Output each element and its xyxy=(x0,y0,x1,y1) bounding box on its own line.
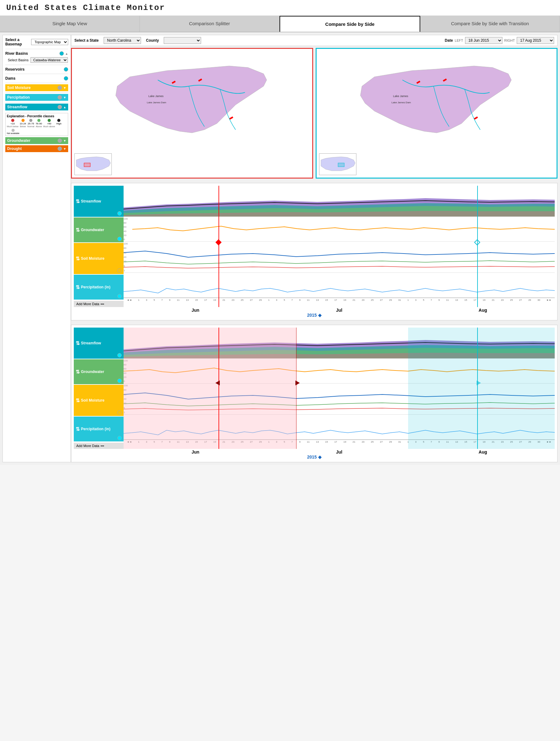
date-left-select[interactable]: 18 Jun 2015 xyxy=(465,37,502,44)
precipitation-toggle-2[interactable] xyxy=(117,436,122,440)
reservoirs-row: Reservoirs xyxy=(5,66,68,72)
state-select[interactable]: North Carolina xyxy=(104,37,141,44)
chart-label-groundwater-2: ⇅ Groundwater xyxy=(74,359,124,384)
drought-dot[interactable] xyxy=(58,146,62,151)
precipitation-chart-2 xyxy=(124,415,555,440)
left-panel: Select a Basemap Topographic Map River B… xyxy=(2,35,71,462)
legend-label-3: 25-75 xyxy=(28,122,34,125)
legend-dot-2 xyxy=(21,119,24,122)
reservoirs-dot[interactable] xyxy=(64,67,68,72)
chart-label-soilmoisture-1: ⇅ Soil Moisture xyxy=(74,243,124,274)
drought-row: Drought ▼ xyxy=(5,145,68,152)
left-map-panel[interactable]: Lake James Lake James Dam xyxy=(71,48,313,179)
jul-label-1: Jul xyxy=(267,308,411,313)
streamflow-toggle-2[interactable] xyxy=(117,353,122,357)
dams-dot[interactable] xyxy=(64,76,68,81)
precipitation-label: Percipitation xyxy=(7,95,30,99)
basemap-select[interactable]: Topographic Map xyxy=(31,39,68,45)
svg-marker-0 xyxy=(116,66,267,133)
jun-label-2: Jun xyxy=(124,450,267,455)
soilmoisture-icon-2: ⇅ xyxy=(76,398,80,403)
soil-moisture-section: Soil Moisture ▼ xyxy=(5,83,68,92)
streamflow-icon-2: ⇅ xyxy=(76,340,80,346)
chart-labels-1: ⇅ Streamflow ⇅ Groundwater xyxy=(74,186,124,307)
add-data-1[interactable]: Add More Data ••• xyxy=(74,301,124,307)
dams-row: Dams xyxy=(5,75,68,81)
charts-area-1: 100806040200 1008060402051 xyxy=(124,186,555,307)
soilmoisture-toggle-1[interactable] xyxy=(117,268,122,273)
precipitation-row: Percipitation ▼ xyxy=(5,94,68,101)
sm-yaxis-1: 1008060402051 xyxy=(124,242,132,272)
streamflow-dot[interactable] xyxy=(58,105,62,109)
month-labels-1: Jun Jul Aug xyxy=(74,308,555,313)
right-mini-map-svg xyxy=(319,154,357,176)
county-select[interactable] xyxy=(164,37,201,44)
river-basins-controls: ▲ xyxy=(59,51,68,56)
legend-item-5: >90 Much above xyxy=(43,119,55,128)
tab-splitter[interactable]: Comparison Splitter xyxy=(140,16,279,32)
groundwater-label-text-1: ⇅ Groundwater xyxy=(76,227,104,233)
soilmoisture-svg-2 xyxy=(124,384,555,415)
year-label-1: 2015 ◆ xyxy=(74,313,555,318)
soilmoisture-icon-1: ⇅ xyxy=(76,256,80,262)
tab-single[interactable]: Single Map View xyxy=(0,16,140,32)
river-basins-triangle: ▲ xyxy=(65,52,68,55)
streamflow-toggle-1[interactable] xyxy=(117,211,122,216)
svg-marker-8 xyxy=(360,66,511,133)
tab-transition[interactable]: Compare Side by Side with Transition xyxy=(420,16,560,32)
legend-box: Explanation - Percentile classes <10 Muc… xyxy=(5,113,68,136)
svg-rect-3 xyxy=(230,116,234,120)
aug-label-1: Aug xyxy=(411,308,555,313)
groundwater-controls: ▼ xyxy=(58,138,66,143)
chart-label-precipitation-2: ⇅ Percipitation (in) xyxy=(74,416,124,442)
state-label: Select a State xyxy=(74,38,99,43)
date-right-select[interactable]: 17 Aug 2015 xyxy=(517,37,554,44)
groundwater-toggle-1[interactable] xyxy=(117,237,122,241)
filter-bar: Select a State North Carolina County Dat… xyxy=(71,35,558,46)
jul-label-2: Jul xyxy=(267,450,411,455)
soil-moisture-row: Soil Moisture ▼ xyxy=(5,84,68,91)
left-map-svg: Lake James Lake James Dam xyxy=(72,49,312,158)
groundwater-toggle-2[interactable] xyxy=(117,379,122,383)
precipitation-toggle-1[interactable] xyxy=(117,294,122,298)
tab-side-by-side[interactable]: Compare Side by Side xyxy=(279,16,420,32)
soil-moisture-label: Soil Moisture xyxy=(7,85,30,90)
soil-moisture-dot[interactable] xyxy=(58,85,62,90)
basemap-row: Select a Basemap Topographic Map xyxy=(5,38,68,46)
soilmoisture-chart-2: 1008060402051 xyxy=(124,384,555,415)
drought-triangle: ▼ xyxy=(63,147,66,150)
add-data-2[interactable]: Add More Data ••• xyxy=(74,443,124,449)
dams-controls xyxy=(64,76,68,81)
precipitation-icon-2: ⇅ xyxy=(76,426,80,432)
streamflow-svg-1 xyxy=(124,186,555,217)
soilmoisture-toggle-2[interactable] xyxy=(117,410,122,415)
legend-label-6: High xyxy=(56,122,61,125)
right-mini-map xyxy=(319,153,357,175)
river-basins-dot[interactable] xyxy=(59,51,64,56)
maps-container: Lake James Lake James Dam xyxy=(71,48,558,179)
soilmoisture-label-text-2: ⇅ Soil Moisture xyxy=(76,398,104,403)
basins-select[interactable]: Catawba-Wateree xyxy=(30,57,68,63)
legend-sublabel-4: Above xyxy=(36,125,42,128)
precipitation-section: Percipitation ▼ xyxy=(5,92,68,102)
timeline-panel-2: ⇅ Streamflow ⇅ Groundwater xyxy=(74,328,555,449)
reservoirs-controls xyxy=(64,67,68,72)
soilmoisture-chart-1: 1008060402051 xyxy=(124,242,555,273)
river-basins-row: River Basins ▲ xyxy=(5,50,68,57)
legend-dot-4 xyxy=(37,119,41,122)
red-cursor-end xyxy=(296,328,297,449)
legend-dot-7 xyxy=(11,129,15,132)
streamflow-svg-2 xyxy=(124,328,555,359)
groundwater-dot[interactable] xyxy=(58,138,62,143)
app-header: United States Climate Monitor xyxy=(0,0,560,16)
main-layout: Select a Basemap Topographic Map River B… xyxy=(0,32,560,465)
chart-label-streamflow-2: ⇅ Streamflow xyxy=(74,328,124,359)
groundwater-row: Groundwater ▼ xyxy=(5,137,68,144)
precipitation-icon-1: ⇅ xyxy=(76,284,80,290)
groundwater-label-text-2: ⇅ Groundwater xyxy=(76,369,104,375)
select-basins-label: Select Basins xyxy=(8,58,28,62)
add-data-dots-1: ••• xyxy=(101,302,104,306)
precipitation-dot[interactable] xyxy=(58,95,62,99)
groundwater-chart-2: 100806040200 xyxy=(124,359,555,384)
right-map-panel[interactable]: Lake James Lake James Dam xyxy=(316,48,558,179)
